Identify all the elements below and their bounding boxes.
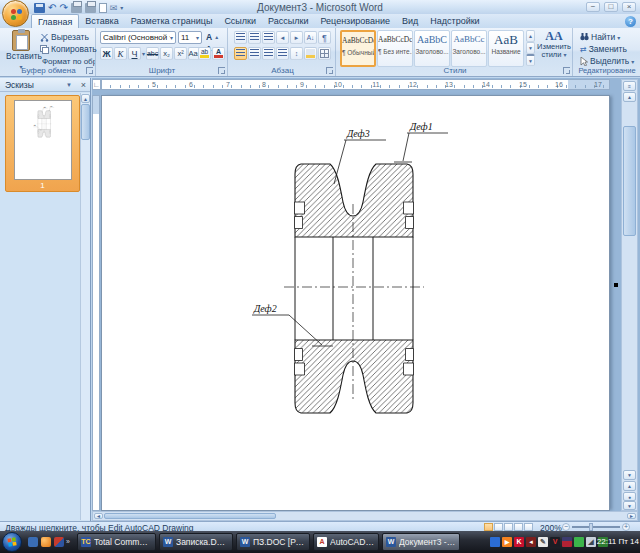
cut-button[interactable]: Вырезать	[38, 31, 91, 43]
zoom-slider-thumb[interactable]	[589, 523, 593, 531]
numbering-button[interactable]	[248, 31, 261, 44]
quicklaunch-icon-1[interactable]	[28, 537, 38, 547]
close-button[interactable]: ×	[622, 2, 636, 12]
taskbar-clock[interactable]: 22:11 Пт 14	[597, 537, 639, 546]
maximize-button[interactable]: □	[604, 2, 618, 12]
quicklaunch-icon-3[interactable]	[54, 537, 64, 547]
taskbar-button-document3[interactable]: W Документ3 - Microsof...	[382, 533, 460, 551]
tab-home[interactable]: Главная	[31, 14, 79, 28]
horizontal-scroll-thumb[interactable]	[104, 513, 276, 519]
office-button[interactable]	[2, 0, 29, 27]
underline-button[interactable]: Ч	[128, 47, 141, 60]
media-player-tray-icon[interactable]: ▶	[502, 537, 512, 547]
quicklaunch-icon-2[interactable]	[41, 537, 51, 547]
page-thumbnail[interactable]: 1	[5, 95, 80, 192]
decrease-indent-button[interactable]: ◄	[276, 31, 289, 44]
styles-scroll-up-icon[interactable]: ▲	[526, 30, 535, 42]
multilevel-list-button[interactable]	[262, 31, 275, 44]
tab-references[interactable]: Ссылки	[218, 14, 262, 28]
font-family-combo[interactable]: Calibri (Основной те▾	[100, 31, 176, 44]
styles-scroll-down-icon[interactable]: ▼	[526, 42, 535, 54]
font-color-button[interactable]: А	[212, 47, 225, 60]
arrow-tray-icon[interactable]: ◄	[526, 537, 536, 547]
view-outline-button[interactable]	[514, 523, 523, 531]
scroll-left-icon[interactable]: ◄	[94, 513, 103, 519]
taskbar-button-pz-doc[interactable]: W ПЗ.DOC [Режим огра...	[236, 533, 310, 551]
quicklaunch-overflow-icon[interactable]: »	[66, 537, 72, 547]
previous-page-icon[interactable]: ▲	[623, 481, 636, 491]
email-icon[interactable]: ✉	[110, 3, 118, 13]
font-size-combo[interactable]: 11▾	[178, 31, 202, 44]
borders-button[interactable]	[318, 47, 331, 60]
styles-dialog-launcher-icon[interactable]	[563, 67, 570, 74]
replace-button[interactable]: ⇄ Заменить	[578, 43, 629, 55]
qat-customize-icon[interactable]: ▾	[120, 4, 123, 11]
scroll-right-icon[interactable]: ►	[627, 513, 636, 519]
increase-indent-button[interactable]: ►	[290, 31, 303, 44]
align-left-button[interactable]	[234, 47, 247, 60]
change-styles-button[interactable]: АА Изменить стили ▾	[536, 30, 572, 59]
print-preview-icon[interactable]	[99, 3, 107, 13]
show-marks-button[interactable]: ¶	[318, 31, 331, 44]
panel-scroll-up-icon[interactable]: ▲	[81, 94, 90, 103]
subscript-button[interactable]: x₂	[160, 47, 173, 60]
taskbar-button-total-commander[interactable]: TC Total Commander 7.0...	[77, 533, 156, 551]
browse-object-icon[interactable]: ●	[623, 492, 636, 501]
display-tray-icon[interactable]	[574, 537, 584, 547]
paste-button[interactable]: Вставить▾	[6, 30, 36, 71]
bullets-button[interactable]	[234, 31, 247, 44]
print-icon[interactable]	[71, 3, 82, 13]
align-center-button[interactable]	[248, 47, 261, 60]
justify-button[interactable]	[276, 47, 289, 60]
redo-icon[interactable]: ↷	[59, 3, 67, 13]
tab-mailings[interactable]: Рассылки	[262, 14, 314, 28]
autocad-drawing[interactable]: Деф3 Деф1 Деф2	[101, 95, 610, 511]
pencil-tray-icon[interactable]: ✎	[538, 537, 548, 547]
view-fullscreen-button[interactable]	[494, 523, 503, 531]
taskbar-button-zapiska-doc[interactable]: W Записка.DOC [Режим...	[159, 533, 233, 551]
panel-scrollbar[interactable]: ▲	[80, 93, 90, 520]
volume-tray-icon[interactable]: ◢	[586, 537, 596, 547]
styles-gallery-more-icon[interactable]: ▼	[526, 54, 535, 66]
font-dialog-launcher-icon[interactable]	[218, 67, 225, 74]
tab-insert[interactable]: Вставка	[79, 14, 124, 28]
panel-dropdown-icon[interactable]: ▼	[66, 78, 72, 92]
tab-review[interactable]: Рецензирование	[314, 14, 396, 28]
taskbar-button-autocad[interactable]: A AutoCAD 2007 - [Чер...	[313, 533, 379, 551]
strikethrough-button[interactable]: abc	[146, 47, 159, 60]
flag-tray-icon[interactable]	[562, 537, 572, 547]
bold-button[interactable]: Ж	[100, 47, 113, 60]
scroll-up-icon[interactable]: ▲	[623, 92, 636, 102]
line-spacing-button[interactable]: ↕	[290, 47, 303, 60]
view-draft-button[interactable]	[524, 523, 533, 531]
align-right-button[interactable]	[262, 47, 275, 60]
messenger-tray-icon[interactable]	[490, 537, 500, 547]
style-heading2[interactable]: AaBbCc Заголово...	[451, 30, 487, 67]
vertical-scrollbar[interactable]: ≡ ▲ ▼ ▲ ● ▼	[621, 79, 638, 511]
superscript-button[interactable]: x²	[174, 47, 187, 60]
paragraph-dialog-launcher-icon[interactable]	[326, 67, 333, 74]
style-no-spacing[interactable]: AaBbCcDc ¶ Без инте...	[377, 30, 413, 67]
ruler-toggle-icon[interactable]: ≡	[623, 81, 636, 91]
panel-close-icon[interactable]: ×	[81, 78, 86, 92]
antivirus-tray-icon[interactable]: K	[514, 537, 524, 547]
help-icon[interactable]: ?	[625, 16, 636, 27]
v-tray-icon[interactable]: V	[550, 537, 560, 547]
tab-page-layout[interactable]: Разметка страницы	[125, 14, 219, 28]
zoom-in-button[interactable]: +	[622, 523, 630, 531]
underline-dropdown-icon[interactable]: ▾	[142, 50, 145, 57]
undo-icon[interactable]: ↶	[48, 3, 56, 13]
copy-button[interactable]: Копировать	[38, 43, 99, 55]
panel-scroll-thumb[interactable]	[81, 104, 90, 140]
view-print-layout-button[interactable]	[484, 523, 493, 531]
object-anchor-dot[interactable]	[614, 283, 618, 287]
horizontal-ruler[interactable]: 5 6 7 8 9 10 11 12 13 14 15 16 17	[101, 79, 610, 90]
clipboard-dialog-launcher-icon[interactable]	[86, 67, 93, 74]
quick-print-icon[interactable]	[85, 3, 96, 13]
start-button[interactable]	[2, 532, 22, 552]
tab-view[interactable]: Вид	[396, 14, 424, 28]
tab-selector-box[interactable]: ∟	[92, 79, 101, 90]
save-icon[interactable]	[34, 3, 45, 13]
zoom-out-button[interactable]: −	[562, 523, 570, 531]
vertical-scroll-thumb[interactable]	[623, 126, 636, 236]
